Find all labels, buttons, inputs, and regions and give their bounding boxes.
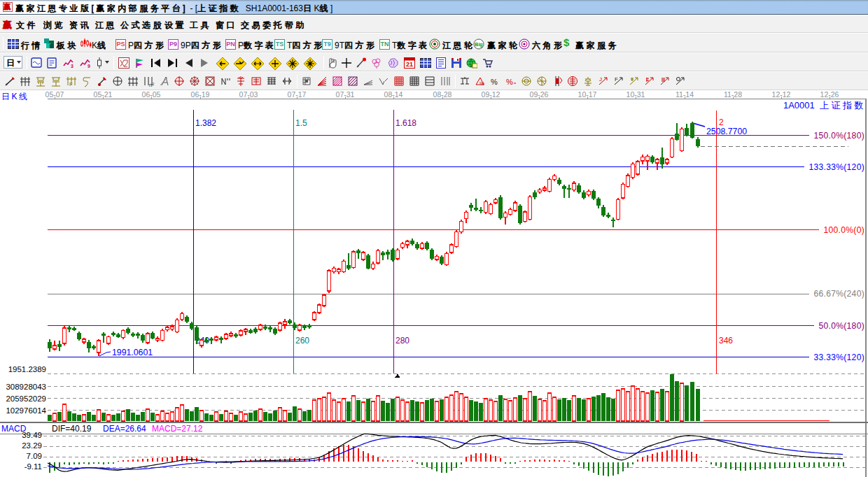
- svg-text:308928043: 308928043: [6, 383, 46, 391]
- svg-text:133.33%(120): 133.33%(120): [808, 162, 864, 172]
- svg-text:F: F: [69, 81, 73, 87]
- svg-text:MACD=27.12: MACD=27.12: [152, 424, 203, 434]
- svg-text:1951.2389: 1951.2389: [8, 365, 46, 373]
- svg-text:F: F: [615, 76, 618, 83]
- svg-text:39.49: 39.49: [22, 431, 42, 439]
- svg-text:J: J: [599, 76, 602, 83]
- svg-text:-9.11: -9.11: [24, 462, 42, 471]
- svg-text:33.33%(120): 33.33%(120): [813, 353, 864, 362]
- svg-text:%: %: [479, 80, 484, 87]
- svg-text:50.0%(180): 50.0%(180): [818, 321, 864, 331]
- svg-text:%: %: [506, 78, 513, 86]
- svg-text:66.67%(240): 66.67%(240): [813, 289, 864, 299]
- svg-text:150.0%(180): 150.0%(180): [813, 131, 864, 141]
- svg-text:21: 21: [406, 61, 413, 68]
- svg-text:205952029: 205952029: [6, 394, 46, 403]
- svg-text:102976014: 102976014: [6, 406, 46, 415]
- svg-text:1991.0601: 1991.0601: [112, 348, 153, 357]
- svg-text:7.09: 7.09: [27, 452, 42, 460]
- svg-text:260: 260: [295, 336, 309, 346]
- svg-text:1.618: 1.618: [396, 118, 416, 128]
- svg-text:2: 2: [719, 118, 724, 127]
- svg-text:3: 3: [71, 64, 74, 69]
- svg-text:23.29: 23.29: [22, 441, 42, 450]
- svg-text:日K线: 日K线: [1, 92, 29, 101]
- svg-text:%: %: [491, 78, 498, 86]
- svg-text:Big: Big: [475, 42, 482, 48]
- svg-text:2508.7700: 2508.7700: [706, 127, 747, 136]
- svg-text:n²: n²: [149, 82, 154, 87]
- svg-text:346: 346: [719, 336, 733, 346]
- svg-text:1A0001 上证指数: 1A0001 上证指数: [783, 100, 866, 111]
- svg-text:1.382: 1.382: [195, 118, 216, 128]
- svg-text:1.5: 1.5: [295, 118, 307, 128]
- svg-text:DEA=26.64: DEA=26.64: [103, 424, 146, 434]
- svg-text:100.0%(0): 100.0%(0): [824, 225, 865, 235]
- svg-text:280: 280: [396, 336, 410, 346]
- svg-text:9: 9: [88, 64, 90, 69]
- svg-text:DIF=40.19: DIF=40.19: [52, 424, 92, 434]
